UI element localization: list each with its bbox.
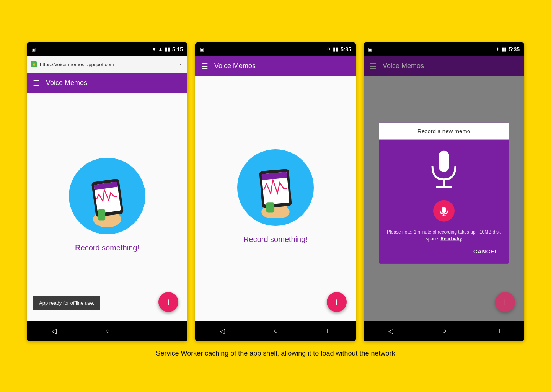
circle-illustration-2 [237,149,314,226]
nav-bar-3: ◁ ○ □ [364,321,524,341]
status-icons-1: ▼ ▲ ▮▮ [152,46,170,52]
lock-icon: 🔒 [31,61,37,67]
battery-icon-2: ▮▮ [333,46,338,52]
record-label-2: Record something! [243,235,308,244]
mic-icon-large [429,149,459,192]
read-why-link[interactable]: Read why [440,236,462,241]
fab-button-1[interactable]: + [158,292,178,312]
snackbar-1: App ready for offline use. [33,296,100,310]
fab-icon-2: + [334,297,340,307]
sim-icon: ▣ [200,47,204,52]
dialog-title: Record a new memo [379,122,509,139]
url-bar: 🔒 https://voice-memos.appspot.com ⋮ [27,56,187,73]
mic-record-button[interactable] [433,200,455,221]
app-title-2: Voice Memos [214,62,256,70]
phone-2: ▣ ✈ ▮▮ 5:35 ☰ Voice Memos [195,42,356,341]
home-button-3[interactable]: ○ [436,324,453,338]
status-bar-2: ▣ ✈ ▮▮ 5:35 [195,42,356,56]
time-display-1: 5:15 [172,46,183,52]
status-bar-1: ▣ ▼ ▲ ▮▮ 5:15 [27,42,187,56]
dialog-body: Please note: 1 minute of recording takes… [379,139,509,263]
status-icons-3: ✈ ▮▮ [496,46,507,52]
svg-rect-5 [98,209,105,220]
recents-button-3[interactable]: □ [489,324,506,338]
battery-icon-3: ▮▮ [501,46,507,52]
back-button-2[interactable]: ◁ [214,324,231,338]
svg-rect-11 [266,202,274,212]
svg-rect-15 [442,207,446,213]
wifi-icon: ▼ [152,46,156,52]
record-dialog: Record a new memo [379,122,509,263]
fab-icon-3: + [502,297,508,307]
record-label-1: Record something! [75,243,139,252]
home-button-2[interactable]: ○ [268,324,284,338]
airplane-icon-3: ✈ [496,46,500,52]
time-display-3: 5:35 [509,46,520,52]
menu-dots-icon[interactable]: ⋮ [177,60,184,69]
fab-icon-1: + [165,297,171,307]
home-button-1[interactable]: ○ [99,324,116,338]
circle-illustration-1 [69,158,145,234]
svg-rect-12 [439,150,449,172]
url-text: https://voice-memos.appspot.com [40,62,174,67]
content-area-3: Record a new memo [364,76,524,321]
app-title-3: Voice Memos [383,62,424,70]
hamburger-icon-3[interactable]: ☰ [370,62,377,70]
recents-button-1[interactable]: □ [153,324,169,338]
phones-container: ▣ ▼ ▲ ▮▮ 5:15 🔒 https://voice-memos.apps… [23,42,528,341]
recents-button-2[interactable]: □ [321,324,337,338]
status-bar-3: ▣ ✈ ▮▮ 5:35 [364,42,524,56]
hamburger-icon-1[interactable]: ☰ [33,79,40,87]
phone-3: ▣ ✈ ▮▮ 5:35 ☰ Voice Memos Record a new m… [364,42,524,341]
battery-icon-left: ▣ [31,47,36,52]
time-display-2: 5:35 [341,46,351,52]
nav-bar-2: ◁ ○ □ [195,321,356,341]
dialog-note: Please note: 1 minute of recording takes… [386,228,501,242]
hamburger-icon-2[interactable]: ☰ [201,62,208,70]
cancel-button[interactable]: CANCEL [386,247,501,257]
phone-1: ▣ ▼ ▲ ▮▮ 5:15 🔒 https://voice-memos.apps… [27,42,187,341]
app-bar-2: ☰ Voice Memos [195,56,356,76]
fab-button-2[interactable]: + [327,292,347,312]
status-icons-2: ✈ ▮▮ [327,46,338,52]
app-bar-3: ☰ Voice Memos [364,56,524,76]
content-area-2: Record something! + [195,76,356,321]
sim-icon-3: ▣ [368,47,372,52]
nav-bar-1: ◁ ○ □ [27,321,187,341]
fab-button-3[interactable]: + [495,292,515,312]
content-area-1: Record something! App ready for offline … [27,93,187,321]
back-button-1[interactable]: ◁ [45,324,63,338]
app-title-1: Voice Memos [46,79,87,87]
battery-icon: ▮▮ [165,46,170,52]
caption-text: Service Worker caching of the app shell,… [156,350,395,358]
snackbar-text: App ready for offline use. [39,300,94,306]
app-bar-1: ☰ Voice Memos [27,73,187,93]
signal-icon: ▲ [158,46,163,52]
back-button-3[interactable]: ◁ [382,324,399,338]
airplane-icon: ✈ [327,46,331,52]
